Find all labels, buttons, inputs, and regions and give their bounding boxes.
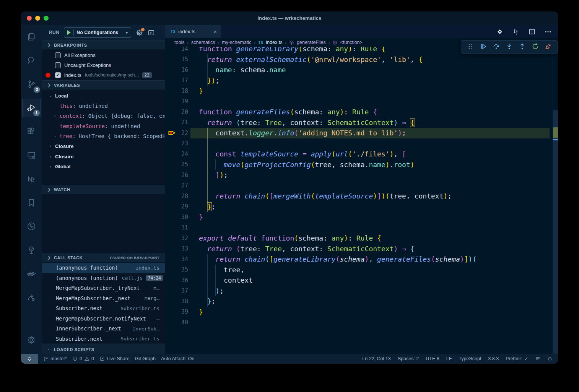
live-share-status[interactable]: Live Share	[99, 356, 130, 361]
code-text[interactable]: }	[188, 213, 203, 221]
code-line-32[interactable]: 32export default function(schema: any): …	[165, 233, 558, 244]
breakpoint-row[interactable]: ✓index.tstools/schematics/my-sch…22	[42, 70, 165, 80]
breakpoints-section-header[interactable]: ❯ BREAKPOINTS	[42, 40, 165, 49]
encoding-status[interactable]: UTF-8	[426, 356, 439, 361]
line-number[interactable]: 39	[165, 308, 188, 315]
breadcrumb-folder[interactable]: schematics	[191, 40, 215, 45]
cursor-position-status[interactable]: Ln 22, Col 13	[362, 356, 390, 361]
code-line-38[interactable]: 38 };	[165, 296, 558, 307]
line-number[interactable]: 21	[165, 119, 188, 126]
code-text[interactable]: };	[188, 297, 215, 305]
step-into-icon[interactable]	[505, 42, 513, 52]
split-editor-icon[interactable]	[528, 28, 536, 36]
minimize-window-button[interactable]	[35, 16, 40, 21]
compare-changes-icon[interactable]	[512, 28, 520, 36]
start-debug-icon[interactable]	[67, 30, 71, 35]
git-graph-status[interactable]: Git Graph	[135, 356, 156, 361]
code-text[interactable]: const templateSource = apply(url('./file…	[188, 150, 406, 158]
prettier-status[interactable]: Prettier: ✓	[506, 356, 528, 361]
line-number[interactable]: 28	[165, 193, 188, 200]
breadcrumb-folder[interactable]: tools	[174, 40, 184, 45]
line-number[interactable]: 17	[165, 77, 188, 84]
call-stack-frame[interactable]: MergeMapSubscriber._tryNextm…	[42, 283, 165, 293]
code-text[interactable]: context.logger.info('adding NOTES.md to …	[188, 129, 406, 137]
launch-config-dropdown[interactable]: No Configurations ▾	[64, 28, 131, 37]
breakpoint-checkbox[interactable]: ✓	[55, 72, 61, 78]
code-line-36[interactable]: 36 context	[165, 275, 558, 286]
git-branch-status[interactable]: master*	[43, 356, 67, 361]
variable-row[interactable]: this:undefined	[42, 101, 165, 111]
explorer-icon[interactable]	[22, 28, 41, 46]
code-text[interactable]: return (tree: Tree, context: SchematicCo…	[188, 245, 415, 253]
call-stack-frame[interactable]: (anonymous function)index.ts	[42, 263, 165, 273]
code-text[interactable]: return externalSchematic('@nrwl/workspac…	[188, 55, 423, 63]
variable-row[interactable]: ›context:Object {debug: false, en…	[42, 111, 165, 121]
line-number[interactable]: 26	[165, 172, 188, 179]
code-text[interactable]: }	[188, 308, 203, 316]
configure-gear-icon[interactable]	[136, 29, 143, 36]
code-line-37[interactable]: 37 );	[165, 286, 558, 296]
call-stack-frame[interactable]: InnerSubscriber._nextInnerSub…	[42, 324, 165, 334]
open-changes-icon[interactable]	[496, 28, 504, 36]
call-stack-frame[interactable]: (anonymous function)call.js74:24	[42, 273, 165, 283]
code-text[interactable]: tree,	[188, 266, 244, 274]
code-text[interactable]: name: schema.name	[188, 66, 286, 74]
code-line-21[interactable]: 21 return (tree: Tree, context: Schemati…	[165, 117, 558, 128]
line-number[interactable]: 25	[165, 161, 188, 168]
code-line-23[interactable]: 23	[165, 138, 558, 149]
breadcrumb-file[interactable]: index.ts	[266, 40, 282, 45]
breadcrumb-symbol[interactable]: <function>	[340, 40, 362, 45]
code-line-35[interactable]: 35 tree,	[165, 265, 558, 275]
line-number[interactable]: 23	[165, 140, 188, 147]
variable-row[interactable]: ⌄Local	[42, 91, 165, 101]
continue-icon[interactable]	[479, 42, 487, 52]
code-text[interactable]: );	[188, 287, 224, 295]
code-text[interactable]: move(getProjectConfig(tree, schema.name)…	[188, 161, 415, 169]
feedback-icon[interactable]	[535, 356, 540, 361]
close-window-button[interactable]	[27, 16, 32, 21]
tab-index-ts[interactable]: TS index.ts ×	[165, 25, 221, 38]
code-text[interactable]: function generateLibrary(schema: any): R…	[188, 47, 385, 53]
code-line-17[interactable]: 17 });	[165, 75, 558, 86]
variable-row[interactable]: ›Global	[42, 162, 165, 172]
code-text[interactable]: });	[188, 76, 220, 85]
restart-icon[interactable]	[531, 42, 539, 52]
loaded-scripts-section-header[interactable]: › LOADED SCRIPTS	[42, 345, 165, 354]
code-line-28[interactable]: 28 return chain([mergeWith(templateSourc…	[165, 191, 558, 202]
code-line-20[interactable]: 20function generateFiles(schema: any): R…	[165, 107, 558, 117]
line-number[interactable]: 19	[165, 98, 188, 105]
toolbar-drag-grip[interactable]	[466, 42, 474, 52]
disconnect-icon[interactable]	[544, 42, 552, 52]
call-stack-frame[interactable]: MergeMapSubscriber.notifyNext…	[42, 314, 165, 324]
remote-indicator[interactable]	[21, 354, 38, 364]
breakpoint-checkbox[interactable]	[55, 62, 61, 68]
line-number[interactable]: 32	[165, 235, 188, 242]
code-line-16[interactable]: 16 name: schema.name	[165, 65, 558, 75]
variable-row[interactable]: ›Closure	[42, 151, 165, 162]
eol-status[interactable]: LF	[446, 356, 452, 361]
code-line-33[interactable]: 33 return (tree: Tree, context: Schemati…	[165, 244, 558, 254]
code-text[interactable]: return (tree: Tree, context: SchematicCo…	[188, 119, 415, 127]
breakpoint-row[interactable]: Uncaught Exceptions	[42, 60, 165, 70]
code-line-24[interactable]: 24 const templateSource = apply(url('./f…	[165, 149, 558, 159]
more-actions-icon[interactable]	[544, 28, 552, 36]
line-number[interactable]: 15	[165, 56, 188, 63]
source-control-icon[interactable]: 3	[22, 75, 41, 93]
code-text[interactable]: }	[188, 87, 203, 95]
line-number[interactable]: 29	[165, 203, 188, 210]
code-text[interactable]: return chain([generateLibrary(schema), g…	[188, 255, 477, 263]
line-number[interactable]: 20	[165, 109, 188, 115]
extensions-icon[interactable]	[22, 122, 41, 141]
code-text[interactable]: context	[188, 276, 253, 284]
typescript-version-status[interactable]: 3.8.3	[488, 356, 499, 361]
breakpoint-row[interactable]: All Exceptions	[42, 50, 165, 60]
run-and-debug-icon[interactable]: 1	[22, 99, 41, 117]
code-text[interactable]: function generateFiles(schema: any): Rul…	[188, 108, 377, 116]
code-text[interactable]: };	[188, 203, 215, 211]
vertical-scrollbar[interactable]	[553, 47, 558, 354]
line-number[interactable]: 36	[165, 277, 188, 284]
line-number[interactable]: 14	[165, 47, 188, 52]
language-mode-status[interactable]: TypeScript	[459, 356, 481, 361]
debug-console-icon[interactable]	[148, 29, 155, 36]
call-stack-frame[interactable]: MergeMapSubscriber._nextmerg…	[42, 293, 165, 304]
